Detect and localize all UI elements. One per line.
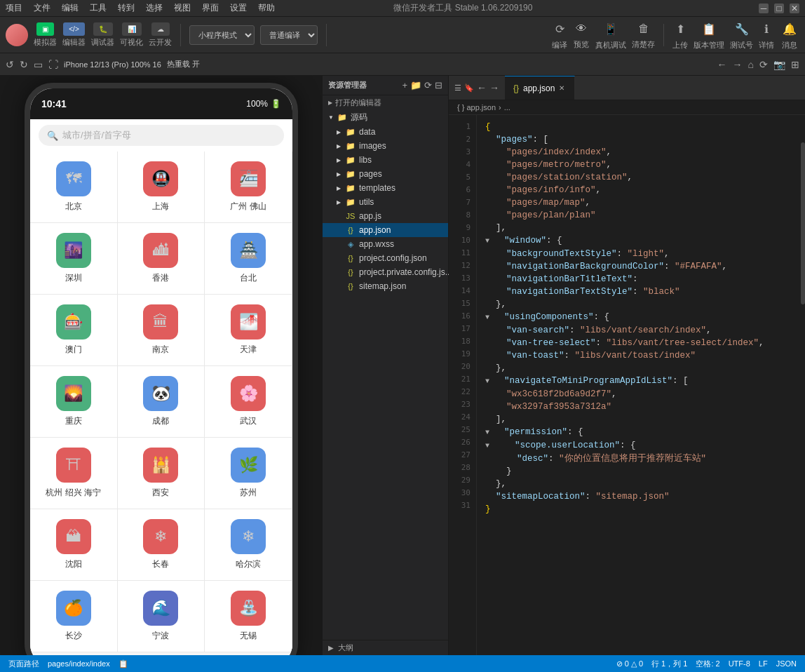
device-home-icon[interactable]: ⌂ <box>748 59 754 70</box>
tree-item-app-wxss[interactable]: ◈app.wxss <box>323 237 448 251</box>
city-item[interactable]: 🌿苏州 <box>205 438 292 509</box>
tree-item-images[interactable]: ▶📁images <box>323 139 448 153</box>
tab-close-button[interactable]: ✕ <box>559 84 564 92</box>
city-item[interactable]: 🚈广州 佛山 <box>205 152 292 223</box>
menu-item-interface[interactable]: 界面 <box>202 2 219 14</box>
city-item[interactable]: 🍊长沙 <box>30 581 118 652</box>
bookmark-button[interactable]: 🔖 <box>464 83 474 93</box>
upload-button[interactable]: ⬆ <box>673 20 688 39</box>
code-area[interactable]: { "pages": [ "pages/index/index", "pages… <box>477 115 801 655</box>
cursor-position[interactable]: 行 1，列 1 <box>651 659 687 669</box>
debugger-button[interactable]: 🐛 <box>93 22 113 36</box>
file-format[interactable]: JSON <box>776 659 797 669</box>
city-item[interactable]: 🏙香港 <box>118 223 205 295</box>
device-back-icon[interactable]: ← <box>717 59 727 70</box>
tree-item-project-config-json[interactable]: {}project.config.json <box>323 251 448 265</box>
preview-button[interactable]: 👁 <box>573 20 590 38</box>
device-refresh-icon[interactable]: ⟳ <box>759 59 768 70</box>
mode-select[interactable]: 小程序模式 <box>189 25 255 45</box>
maximize-button[interactable]: □ <box>774 4 784 13</box>
compile-button[interactable]: ⟳ <box>553 20 567 39</box>
split-editor-button[interactable]: ☰ <box>454 83 461 93</box>
refresh-explorer-button[interactable]: ⟳ <box>424 80 432 90</box>
city-item[interactable]: 🐼成都 <box>118 366 205 438</box>
city-item[interactable]: 🏔沈阳 <box>30 509 118 581</box>
cloud-button[interactable]: ☁ <box>151 22 170 36</box>
rotate-right-icon[interactable]: ↻ <box>20 59 28 70</box>
tree-item-app-json[interactable]: {}app.json <box>323 223 448 237</box>
city-item[interactable]: ⛩杭州 绍兴 海宁 <box>30 438 118 509</box>
device-forward-icon[interactable]: → <box>733 59 743 70</box>
portrait-icon[interactable]: ▭ <box>34 59 43 70</box>
notification-button[interactable]: 🔔 <box>780 20 799 39</box>
city-item[interactable]: 🕌西安 <box>118 438 205 509</box>
menu-item-view[interactable]: 视图 <box>174 2 191 14</box>
city-item[interactable]: 🗺北京 <box>30 152 118 223</box>
collapse-explorer-button[interactable]: ⊟ <box>435 80 442 90</box>
menu-item-help[interactable]: 帮助 <box>258 2 275 14</box>
user-avatar[interactable] <box>6 24 28 46</box>
detail-button[interactable]: ℹ <box>762 20 771 39</box>
new-file-button[interactable]: + <box>402 80 407 90</box>
menu-item-select[interactable]: 选择 <box>146 2 163 14</box>
fullscreen-icon[interactable]: ⛶ <box>48 59 58 70</box>
page-path-value[interactable]: pages/index/index <box>48 659 110 668</box>
city-item[interactable]: ❄长春 <box>118 509 205 581</box>
device-screenshot-icon[interactable]: 📷 <box>773 59 785 70</box>
menu-item-tools[interactable]: 工具 <box>90 2 107 14</box>
rotate-left-icon[interactable]: ↺ <box>6 59 14 70</box>
city-item[interactable]: ❄哈尔滨 <box>205 509 292 581</box>
city-search-input[interactable]: 🔍 城市/拼音/首字母 <box>39 125 284 146</box>
nav-back-button[interactable]: ← <box>477 82 487 93</box>
hot-reload-label[interactable]: 热重载 开 <box>167 59 200 69</box>
outline-header[interactable]: ▶ 大纲 <box>323 640 448 655</box>
breadcrumb-more[interactable]: ... <box>504 103 510 112</box>
city-item[interactable]: 🏛南京 <box>118 295 205 366</box>
menu-item-edit[interactable]: 编辑 <box>62 2 79 14</box>
nav-forward-button[interactable]: → <box>489 82 499 93</box>
device-name[interactable]: iPhone 12/13 (Pro) 100% 16 <box>64 60 161 69</box>
root-folder[interactable]: ▼ 📁 源码 <box>323 110 448 125</box>
clear-button[interactable]: 🗑 <box>635 20 652 38</box>
city-item[interactable]: 🌊宁波 <box>118 581 205 652</box>
indentation[interactable]: 空格: 2 <box>696 659 719 669</box>
tree-item-sitemap-json[interactable]: {}sitemap.json <box>323 279 448 293</box>
real-debug-button[interactable]: 📱 <box>601 20 621 39</box>
city-item[interactable]: ⛲无锡 <box>205 581 292 652</box>
new-folder-button[interactable]: 📁 <box>410 80 421 90</box>
error-count[interactable]: ⊘ 0 △ 0 <box>616 659 643 669</box>
tree-item-libs[interactable]: ▶📁libs <box>323 153 448 167</box>
tree-item-data[interactable]: ▶📁data <box>323 125 448 139</box>
city-item[interactable]: 🌄重庆 <box>30 366 118 438</box>
editor-scrollbar[interactable] <box>801 115 805 655</box>
minimize-button[interactable]: ─ <box>759 4 769 13</box>
menu-item-file[interactable]: 文件 <box>34 2 50 14</box>
test-button[interactable]: 🔧 <box>732 20 752 39</box>
open-editors-section[interactable]: ▶ 打开的编辑器 <box>323 95 448 110</box>
tree-item-app-js[interactable]: JSapp.js <box>323 209 448 223</box>
menu-item-settings[interactable]: 设置 <box>230 2 247 14</box>
menu-item-goto[interactable]: 转到 <box>118 2 135 14</box>
city-item[interactable]: 🏯台北 <box>205 223 292 295</box>
tab-app-json[interactable]: {} app.json ✕ <box>505 76 575 100</box>
close-button[interactable]: ✕ <box>790 4 799 13</box>
encoding[interactable]: UTF-8 <box>729 659 750 669</box>
city-item[interactable]: 🌆深圳 <box>30 223 118 295</box>
city-item[interactable]: 🚇上海 <box>118 152 205 223</box>
phone-content[interactable]: 🔍 城市/拼音/首字母 🗺北京🚇上海🚈广州 佛山🌆深圳🏙香港🏯台北🎰澳门🏛南京🌁… <box>30 119 292 655</box>
city-item[interactable]: 🌁天津 <box>205 295 292 366</box>
compile-select[interactable]: 普通编译 <box>260 25 318 45</box>
page-path-copy-icon[interactable]: 📋 <box>119 659 128 668</box>
device-split-icon[interactable]: ⊞ <box>791 59 799 70</box>
city-item[interactable]: 🌸武汉 <box>205 366 292 438</box>
menu-item-project[interactable]: 项目 <box>6 2 22 14</box>
city-item[interactable]: 🎰澳门 <box>30 295 118 366</box>
tree-item-utils[interactable]: ▶📁utils <box>323 195 448 209</box>
simulator-button[interactable]: ▣ <box>36 22 54 36</box>
version-button[interactable]: 📋 <box>699 20 719 39</box>
editor-button[interactable]: </> <box>63 22 84 36</box>
tree-item-templates[interactable]: ▶📁templates <box>323 181 448 195</box>
tree-item-project-private-config-js---[interactable]: {}project.private.config.js... <box>323 265 448 279</box>
tree-item-pages[interactable]: ▶📁pages <box>323 167 448 181</box>
visual-button[interactable]: 📊 <box>122 22 142 36</box>
